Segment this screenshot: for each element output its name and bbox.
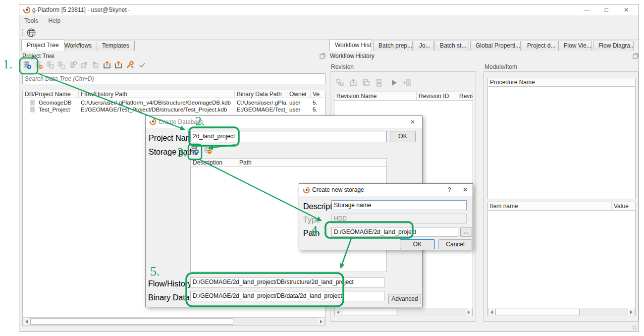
cell-flow-path: C:/Users/user/.gPlatform_v4/DB/structure…: [81, 99, 234, 106]
float-panel-icon[interactable]: [633, 53, 639, 59]
branch-icon[interactable]: [335, 78, 345, 88]
path-label: Path: [303, 229, 320, 238]
float-panel-icon[interactable]: [320, 53, 325, 59]
tab-row: Project Tree Workflows Templates Workflo…: [19, 40, 639, 51]
cell-flow-path: E:/GEOMAGE/Test_Project/DB/structure/Tes…: [81, 106, 234, 113]
flow-history-path-field[interactable]: D:/GEOMAGE/2d_land_project/DB/structure/…: [190, 277, 384, 287]
revision-hscrollbar[interactable]: [334, 308, 473, 316]
column-db-project-name[interactable]: DB/Project Name: [23, 90, 79, 98]
column-description[interactable]: Description: [191, 159, 237, 166]
globe-icon[interactable]: [26, 28, 36, 38]
dialog-logo-icon: [303, 186, 310, 194]
column-revision-name[interactable]: Revision Name: [334, 92, 417, 100]
tab-flow-view[interactable]: Flow Vie...: [558, 41, 592, 51]
binary-data-path-field[interactable]: D:/GEOMAGE/2d_land_project/DB/data/2d_la…: [190, 291, 384, 301]
cell-owner: user: [289, 106, 311, 113]
menu-help[interactable]: Help: [44, 15, 64, 26]
create-database-title-bar: Create Database ✕: [146, 116, 422, 128]
tab-workflow-history[interactable]: Workflow Hist...: [329, 40, 372, 51]
status-bar: [19, 324, 639, 332]
item-value-table-header: Item name Value: [487, 202, 636, 211]
create-storage-dialog: Create new storage ? ✕ Description Stora…: [299, 183, 473, 250]
dialog-logo-icon: [149, 118, 157, 125]
column-version[interactable]: Ve: [311, 90, 325, 98]
restore-database-icon[interactable]: [79, 60, 89, 70]
database-settings-icon[interactable]: [68, 60, 78, 70]
path-field[interactable]: D:/GEOMAGE/2d_land_project: [331, 227, 458, 237]
toolbar-grip[interactable]: [21, 29, 24, 37]
app-logo-icon: [23, 6, 31, 14]
cell-version: 5.: [313, 99, 324, 106]
ok-button[interactable]: OK: [390, 131, 416, 142]
repair-database-icon[interactable]: [125, 60, 135, 70]
duplicate-database-icon[interactable]: [56, 60, 66, 70]
column-value[interactable]: Value: [612, 202, 635, 210]
table-row-test-project[interactable]: Test_Project E:/GEOMAGE/Test_Project/DB/…: [23, 106, 325, 113]
dialog-close-button[interactable]: ✕: [404, 116, 421, 128]
item-value-table: Item name Value: [487, 202, 636, 316]
cell-owner: user: [289, 99, 311, 106]
scroll-left-arrow[interactable]: [488, 308, 495, 316]
project-name-field[interactable]: 2d_land_project: [190, 131, 387, 142]
cell-name: GeomageDB: [39, 99, 78, 106]
import-revision-icon[interactable]: [348, 78, 358, 88]
maximize-button[interactable]: □: [598, 4, 615, 15]
scroll-thumb[interactable]: [495, 309, 580, 315]
project-tree-table-header: DB/Project Name Flow/History Path Binary…: [22, 90, 325, 98]
tab-workflows[interactable]: Workflows: [59, 41, 97, 51]
window-title: g-Platform [5.23811] - user@Skynet -: [32, 4, 130, 15]
column-path[interactable]: Path: [237, 159, 386, 166]
tab-batch-prep[interactable]: Batch prep...: [373, 41, 413, 51]
tab-project-tree[interactable]: Project Tree: [21, 40, 64, 51]
tab-batch-status[interactable]: Batch st...: [434, 41, 469, 51]
description-field[interactable]: Storage name: [331, 200, 467, 210]
scroll-thumb[interactable]: [342, 309, 396, 315]
dialog-close-button[interactable]: ✕: [458, 184, 473, 196]
search-input[interactable]: [22, 73, 325, 84]
tab-project-data[interactable]: Project d...: [522, 41, 557, 51]
type-field: HDD: [331, 214, 467, 224]
column-item-name[interactable]: Item name: [488, 202, 612, 210]
close-button[interactable]: ✕: [618, 4, 635, 15]
module-item-hscrollbar[interactable]: [488, 308, 635, 316]
project-tree-panel-title: Project Tree: [22, 53, 54, 59]
column-procedure-name[interactable]: Procedure Name: [488, 78, 635, 86]
column-flow-history-path[interactable]: Flow/History Path: [79, 90, 235, 98]
minimize-button[interactable]: —: [578, 4, 595, 15]
advanced-button[interactable]: Advanced: [388, 294, 421, 304]
title-bar: g-Platform [5.23811] - user@Skynet - — □…: [19, 4, 639, 15]
column-binary-data-path[interactable]: Binary Data Path: [235, 90, 287, 98]
tab-jobs[interactable]: Jo...: [414, 41, 433, 51]
import-flows-icon[interactable]: [113, 60, 123, 70]
scroll-left-arrow[interactable]: [335, 308, 341, 316]
reload-database-icon[interactable]: [91, 60, 101, 70]
column-revision-type[interactable]: Revision ty: [457, 92, 473, 100]
browse-button[interactable]: ...: [460, 227, 472, 237]
add-database-icon[interactable]: [22, 60, 32, 70]
scroll-right-arrow[interactable]: [628, 308, 635, 316]
column-revision-id[interactable]: Revision ID: [417, 92, 457, 100]
validate-icon[interactable]: [137, 60, 147, 70]
stack-icon[interactable]: [374, 78, 384, 88]
tab-flow-diagram[interactable]: Flow Diagra...: [593, 41, 634, 51]
remove-database-icon[interactable]: [34, 60, 44, 70]
copy-revision-icon[interactable]: [361, 78, 371, 88]
column-owner[interactable]: Owner: [287, 90, 311, 98]
tab-templates[interactable]: Templates: [97, 41, 135, 51]
table-view-icon[interactable]: [402, 78, 412, 88]
run-icon[interactable]: [389, 78, 399, 88]
table-row-geomagedb[interactable]: GeomageDB C:/Users/user/.gPlatform_v4/DB…: [23, 99, 325, 106]
copy-database-icon[interactable]: [45, 60, 55, 70]
procedure-table-header: Procedure Name: [487, 78, 636, 87]
resize-grip[interactable]: [632, 325, 637, 330]
import-database-icon[interactable]: [102, 60, 112, 70]
annotation-step1-label: 1.: [3, 57, 12, 71]
storage-cancel-button[interactable]: Cancel: [438, 239, 472, 249]
dialog-help-button[interactable]: ?: [442, 184, 457, 196]
scroll-right-arrow[interactable]: [466, 308, 472, 316]
storage-ok-button[interactable]: OK: [400, 239, 435, 249]
remove-storage-icon[interactable]: [203, 145, 213, 155]
menu-tools[interactable]: Tools: [20, 15, 42, 26]
add-storage-icon[interactable]: [190, 145, 200, 155]
tab-global-properties[interactable]: Global Properti...: [470, 41, 521, 51]
